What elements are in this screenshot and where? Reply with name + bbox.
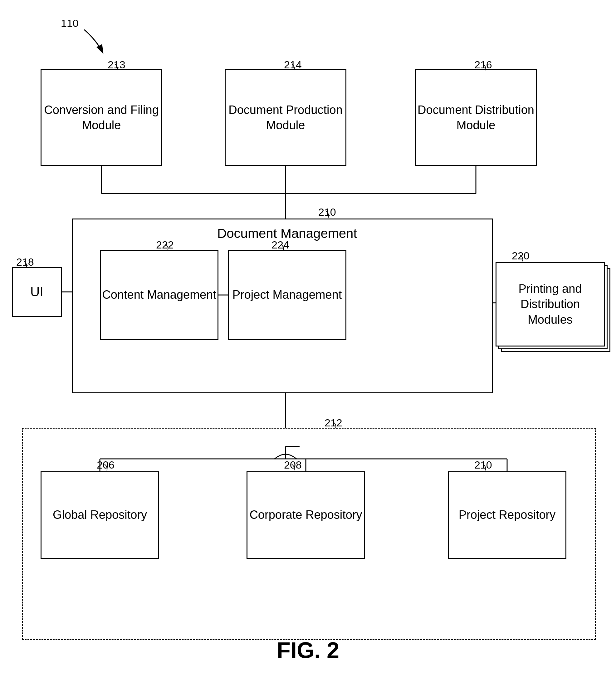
ref-208: 208 xyxy=(284,459,302,471)
document-distribution-module: Document Distribution Module xyxy=(415,69,537,166)
document-production-module: Document Production Module xyxy=(225,69,346,166)
ref-210b: 210 xyxy=(474,459,492,471)
ref-110: 110 xyxy=(61,17,79,29)
project-repository-box: Project Repository xyxy=(448,471,566,559)
global-repository-box: Global Repository xyxy=(41,471,159,559)
diagram: 110 213 Conversion and Filing Module 214… xyxy=(0,0,616,688)
project-management-box: Project Management xyxy=(228,250,346,340)
ref-210: 210 xyxy=(318,206,336,218)
ui-box: UI xyxy=(12,267,62,317)
ref-222: 222 xyxy=(156,239,174,251)
corporate-repository-box: Corporate Repository xyxy=(246,471,365,559)
figure-label: FIG. 2 xyxy=(277,638,339,663)
ref-218: 218 xyxy=(16,256,34,268)
ref-212: 212 xyxy=(325,417,342,429)
content-management-box: Content Management xyxy=(100,250,218,340)
ref-220: 220 xyxy=(512,250,530,262)
ref-224: 224 xyxy=(271,239,289,251)
conversion-filing-module: Conversion and Filing Module xyxy=(41,69,162,166)
ref-206: 206 xyxy=(97,459,114,471)
